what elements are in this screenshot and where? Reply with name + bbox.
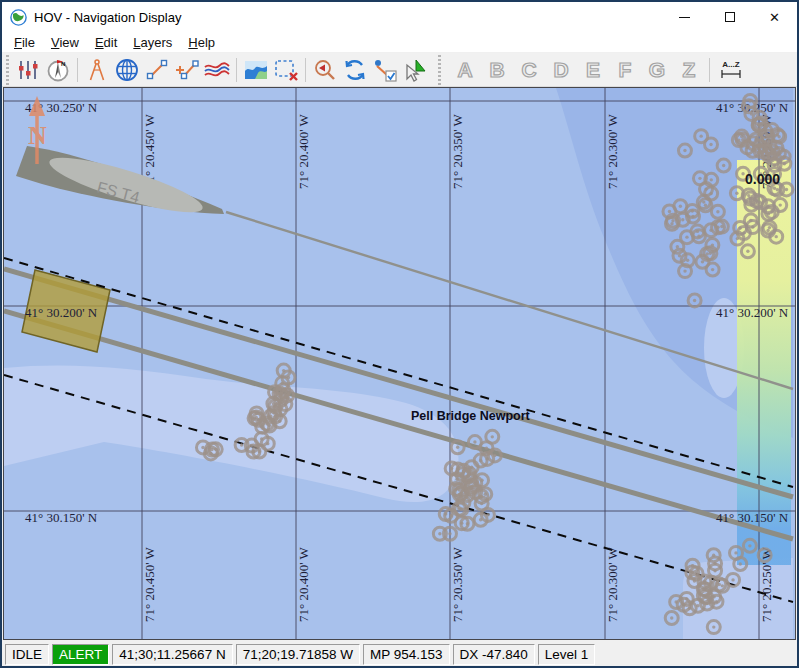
verify-line-icon — [372, 57, 398, 83]
letter-button-B[interactable]: B — [484, 58, 510, 82]
svg-text:41° 30.200' N: 41° 30.200' N — [716, 305, 789, 320]
menu-bar: File View Edit Layers Help — [2, 32, 797, 53]
label-range-button[interactable]: A...Z — [714, 55, 748, 85]
compass-icon: N — [45, 57, 71, 83]
letter-button-C[interactable]: C — [516, 58, 542, 82]
status-cell-6: Level 1 — [538, 644, 596, 665]
menu-layers[interactable]: Layers — [125, 33, 180, 52]
status-cell-4: MP 954.153 — [363, 644, 450, 665]
status-cell-2: 41;30;11.25667 N — [112, 644, 232, 665]
status-cell-0: IDLE — [5, 644, 49, 665]
close-button[interactable]: ✕ — [752, 2, 797, 32]
currents-icon — [203, 58, 231, 82]
bridge-label: Pell Bridge Newport — [411, 409, 531, 423]
filter-sliders-icon — [16, 58, 40, 82]
add-line-button[interactable] — [172, 55, 202, 85]
app-globe-icon — [10, 9, 27, 26]
add-line-icon — [174, 58, 200, 82]
menu-view[interactable]: View — [43, 33, 87, 52]
refresh-button[interactable] — [340, 55, 370, 85]
svg-text:N: N — [28, 121, 47, 150]
svg-text:71° 20.300' W: 71° 20.300' W — [605, 113, 620, 189]
svg-text:71° 20.300' W: 71° 20.300' W — [605, 546, 620, 622]
divider-tool-icon — [85, 58, 109, 82]
area-chart-icon — [243, 58, 269, 82]
toolbar: N — [2, 53, 797, 87]
filter-sliders-button[interactable] — [13, 55, 43, 85]
svg-text:71° 20.350' W: 71° 20.350' W — [450, 113, 465, 189]
menu-edit[interactable]: Edit — [87, 33, 125, 52]
navigation-map[interactable]: 41° 30.250' N41° 30.250' N41° 30.200' N4… — [3, 87, 796, 640]
letter-button-Z[interactable]: Z — [676, 58, 702, 82]
label-range-icon — [719, 69, 743, 79]
letter-button-F[interactable]: F — [612, 58, 638, 82]
zoom-previous-icon — [312, 57, 338, 83]
divider-tool-button[interactable] — [82, 55, 112, 85]
select-flag-icon — [402, 57, 428, 83]
letter-button-D[interactable]: D — [548, 58, 574, 82]
status-bar: IDLEALERT41;30;11.25667 N71;20;19.71858 … — [2, 640, 797, 666]
area-chart-button[interactable] — [241, 55, 271, 85]
globe-icon — [114, 57, 140, 83]
status-cell-3: 71;20;19.71858 W — [236, 644, 360, 665]
menu-help[interactable]: Help — [180, 33, 223, 52]
toolbar-grip-2[interactable] — [436, 55, 443, 85]
minimize-button[interactable] — [662, 2, 707, 32]
minimize-icon — [679, 17, 690, 18]
maximize-button[interactable] — [707, 2, 752, 32]
letter-button-A[interactable]: A — [452, 58, 478, 82]
svg-text:71° 20.400' W: 71° 20.400' W — [296, 113, 311, 189]
refresh-icon — [342, 57, 368, 83]
menu-file[interactable]: File — [6, 33, 43, 52]
maximize-icon — [725, 12, 735, 22]
app-window: HOV - Navigation Display ✕ File View Edi… — [0, 0, 799, 668]
zoom-previous-button[interactable] — [310, 55, 340, 85]
select-flag-button[interactable] — [400, 55, 430, 85]
compass-button[interactable]: N — [43, 55, 73, 85]
svg-text:71° 20.400' W: 71° 20.400' W — [296, 546, 311, 622]
svg-text:71° 20.350' W: 71° 20.350' W — [450, 546, 465, 622]
svg-text:41° 30.200' N: 41° 30.200' N — [25, 305, 98, 320]
status-cell-5: DX -47.840 — [453, 644, 535, 665]
toolbar-grip[interactable] — [4, 55, 11, 85]
measure-line-button[interactable] — [142, 55, 172, 85]
globe-button[interactable] — [112, 55, 142, 85]
svg-text:N: N — [61, 61, 65, 67]
clear-selection-button[interactable] — [271, 55, 301, 85]
title-bar: HOV - Navigation Display ✕ — [2, 2, 797, 32]
clear-selection-icon — [273, 58, 299, 82]
measure-line-icon — [145, 58, 169, 82]
svg-text:71° 20.450' W: 71° 20.450' W — [142, 546, 157, 622]
close-icon: ✕ — [769, 11, 780, 24]
svg-text:41° 30.150' N: 41° 30.150' N — [716, 510, 789, 525]
status-cell-1: ALERT — [52, 644, 109, 665]
currents-button[interactable] — [202, 55, 232, 85]
window-title: HOV - Navigation Display — [34, 10, 181, 25]
verify-line-button[interactable] — [370, 55, 400, 85]
svg-text:41° 30.150' N: 41° 30.150' N — [25, 510, 98, 525]
label-range-text: A...Z — [722, 61, 739, 69]
letter-button-G[interactable]: G — [644, 58, 670, 82]
band-value-label: 0.000 — [745, 171, 780, 187]
letter-button-E[interactable]: E — [580, 58, 606, 82]
map-canvas[interactable]: 41° 30.250' N41° 30.250' N41° 30.200' N4… — [4, 88, 795, 639]
